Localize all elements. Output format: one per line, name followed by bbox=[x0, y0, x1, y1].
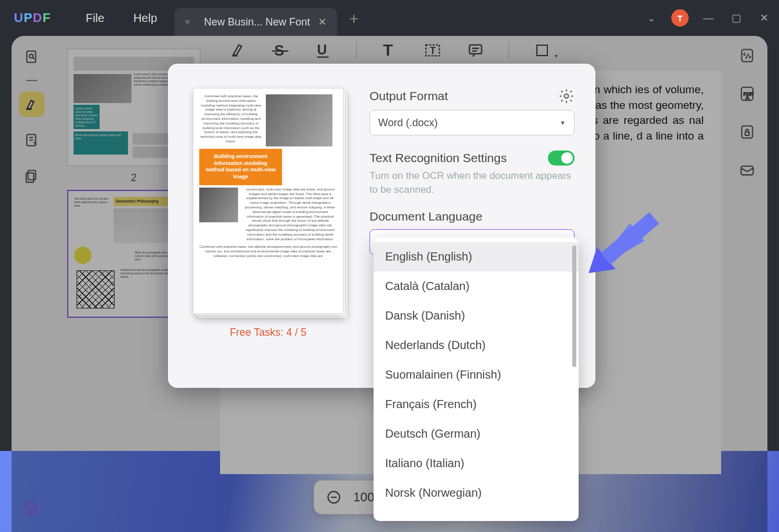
search-tool-button[interactable] bbox=[19, 44, 45, 69]
svg-text:U: U bbox=[317, 42, 327, 57]
preview-stack: Combined with practical cases, the build… bbox=[193, 88, 343, 314]
tab-dropdown-icon[interactable]: ▾ bbox=[185, 16, 190, 28]
zoom-out-button[interactable] bbox=[326, 489, 342, 505]
pages-tool-button[interactable] bbox=[19, 163, 45, 189]
tab-close-icon[interactable]: ✕ bbox=[318, 16, 327, 28]
account-dropdown-icon[interactable]: ⌄ bbox=[648, 13, 655, 24]
ocr-label: Text Recognition Settings bbox=[370, 151, 507, 165]
svg-rect-20 bbox=[537, 45, 547, 56]
language-option[interactable]: Norsk (Norwegian) bbox=[374, 478, 579, 508]
shape-icon[interactable]: ▾ bbox=[532, 41, 552, 60]
preview-heading: Building environment information modelin… bbox=[199, 149, 282, 185]
left-tool-rail bbox=[16, 44, 47, 189]
svg-rect-4 bbox=[26, 173, 34, 182]
toolbar-separator bbox=[356, 42, 357, 59]
modal-preview-pane: Combined with practical cases, the build… bbox=[184, 88, 352, 376]
convert-button[interactable] bbox=[736, 44, 759, 67]
share-button[interactable] bbox=[736, 159, 759, 182]
highlight-tool-button[interactable] bbox=[19, 91, 45, 117]
output-format-select[interactable]: Word (.docx) ▼ bbox=[370, 110, 575, 135]
settings-gear-icon[interactable] bbox=[558, 88, 575, 104]
shape-dropdown-caret[interactable]: ▾ bbox=[555, 53, 558, 59]
ocr-toggle[interactable] bbox=[548, 151, 575, 166]
titlebar: UPDF File Help ▾ New Busin... New Font ✕… bbox=[0, 0, 779, 36]
language-option[interactable]: Dansk (Danish) bbox=[374, 301, 579, 331]
main-menu: File Help bbox=[86, 12, 157, 25]
tab-title: New Busin... New Font bbox=[204, 16, 310, 28]
language-option[interactable]: Italiano (Italian) bbox=[374, 449, 579, 478]
edit-tool-button[interactable] bbox=[19, 127, 45, 153]
ocr-help-text: Turn on the OCR when the document appear… bbox=[370, 169, 575, 197]
language-option[interactable]: Nederlands (Dutch) bbox=[374, 331, 579, 360]
close-button[interactable]: ✕ bbox=[756, 12, 772, 24]
svg-rect-0 bbox=[27, 51, 35, 63]
menu-file[interactable]: File bbox=[86, 12, 104, 25]
preview-page: Combined with practical cases, the build… bbox=[193, 88, 343, 314]
svg-text:T: T bbox=[383, 42, 393, 58]
free-tasks-counter: Free Tasks: 4 / 5 bbox=[184, 326, 352, 339]
window-controls: ⌄ T — ▢ ✕ bbox=[648, 0, 772, 36]
minimize-button[interactable]: — bbox=[700, 12, 716, 24]
rail-separator bbox=[26, 80, 38, 81]
language-option[interactable]: Català (Catalan) bbox=[374, 271, 579, 301]
language-option[interactable]: Français (French) bbox=[374, 390, 579, 419]
user-avatar[interactable]: T bbox=[671, 9, 689, 27]
menu-help[interactable]: Help bbox=[133, 12, 157, 25]
app-logo: UPDF bbox=[14, 10, 51, 25]
language-dropdown: English (English) Català (Catalan) Dansk… bbox=[374, 237, 579, 521]
svg-point-23 bbox=[565, 94, 569, 98]
language-option[interactable]: Polski (Polish) bbox=[374, 508, 579, 516]
output-format-value: Word (.docx) bbox=[378, 117, 438, 129]
svg-rect-11 bbox=[741, 166, 754, 175]
protect-button[interactable] bbox=[736, 120, 759, 144]
textbox-icon[interactable]: T bbox=[423, 41, 442, 60]
language-option[interactable]: Deutsch (German) bbox=[374, 419, 579, 449]
pdfa-button[interactable]: PDF/A bbox=[736, 82, 759, 105]
svg-rect-10 bbox=[745, 132, 749, 135]
output-format-label: Output Format bbox=[370, 89, 448, 103]
underline-icon[interactable]: U bbox=[313, 41, 333, 60]
layers-button[interactable] bbox=[19, 495, 44, 520]
toolbar-separator bbox=[509, 42, 509, 59]
document-tab[interactable]: ▾ New Busin... New Font ✕ bbox=[174, 8, 337, 36]
maximize-button[interactable]: ▢ bbox=[728, 12, 744, 24]
new-tab-button[interactable]: ＋ bbox=[346, 8, 361, 28]
svg-rect-19 bbox=[469, 45, 481, 54]
select-caret-icon: ▼ bbox=[559, 119, 566, 126]
language-label: Document Language bbox=[370, 210, 575, 223]
language-option[interactable]: Suomalainen (Finnish) bbox=[374, 360, 579, 390]
right-tool-rail: PDF/A bbox=[732, 44, 763, 182]
language-option[interactable]: English (English) bbox=[374, 242, 579, 271]
comment-icon[interactable] bbox=[466, 41, 485, 60]
annotation-toolbar: S U T T ▾ bbox=[228, 41, 552, 60]
tab-bar: ▾ New Busin... New Font ✕ ＋ bbox=[174, 0, 361, 36]
svg-text:A: A bbox=[746, 95, 749, 101]
highlighter-icon[interactable] bbox=[228, 41, 247, 60]
text-icon[interactable]: T bbox=[380, 41, 400, 60]
strikethrough-icon[interactable]: S bbox=[270, 41, 290, 60]
dropdown-scrollbar[interactable] bbox=[572, 245, 576, 367]
svg-text:T: T bbox=[430, 45, 436, 56]
svg-rect-3 bbox=[28, 170, 36, 179]
